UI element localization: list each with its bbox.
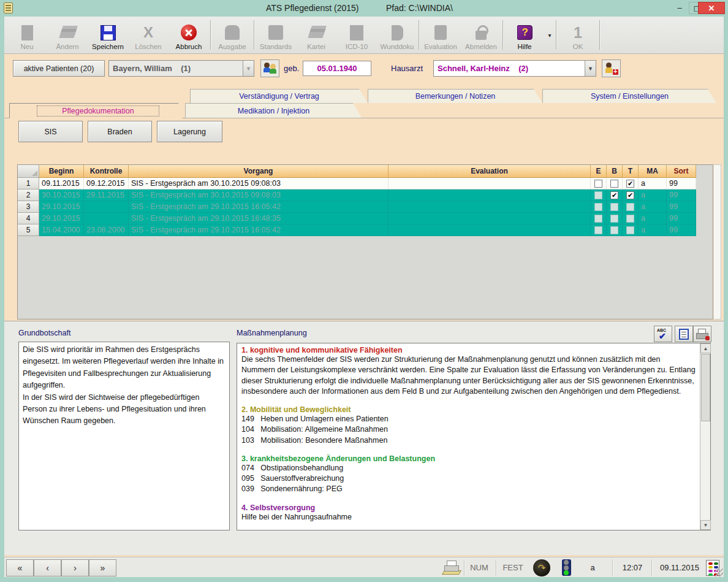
cell-evaluation[interactable]: [389, 190, 591, 201]
vertical-scrollbar[interactable]: ▲ ▼: [700, 343, 710, 530]
cell-t[interactable]: ✔: [623, 190, 639, 201]
massnahmenplanung-richtext[interactable]: 1. kognitive und kommunikative Fähigkeit…: [237, 343, 711, 530]
checkbox-e[interactable]: [594, 191, 602, 199]
cell-t[interactable]: [623, 213, 639, 224]
help-dropdown-arrow[interactable]: ▾: [545, 17, 555, 53]
checkbox-b[interactable]: [610, 226, 618, 234]
cell-ma[interactable]: a: [639, 178, 667, 190]
column-header-b[interactable]: B: [607, 165, 623, 178]
cell-t[interactable]: ✔: [623, 178, 639, 190]
column-header-vorgang[interactable]: Vorgang: [129, 165, 389, 178]
sis-button[interactable]: SIS: [18, 121, 83, 142]
doctor-details-button[interactable]: [602, 59, 621, 77]
cell-sort[interactable]: 99: [667, 213, 696, 224]
resize-grip[interactable]: [715, 569, 723, 576]
tab-medikation-injektion[interactable]: Medikation / Injektion: [185, 103, 362, 118]
print-status-button[interactable]: [441, 557, 464, 578]
cell-ma[interactable]: a: [639, 190, 667, 201]
cell-beginn[interactable]: 29.10.2015: [39, 213, 84, 224]
cell-beginn[interactable]: 29.10.2015: [39, 201, 84, 213]
cell-evaluation[interactable]: [389, 201, 591, 213]
checkbox-b[interactable]: ✔: [610, 191, 618, 199]
chevron-down-icon[interactable]: ▼: [585, 61, 596, 76]
nav-first-button[interactable]: «: [6, 559, 34, 576]
cell-e[interactable]: [591, 190, 607, 201]
cell-kontrolle[interactable]: [84, 213, 129, 224]
row-number[interactable]: 1: [18, 178, 39, 190]
cell-b[interactable]: [607, 224, 623, 236]
tab-bemerkungen-notizen[interactable]: Bemerkungen / Notizen: [368, 89, 542, 103]
scroll-down-arrow[interactable]: ▼: [700, 520, 711, 530]
checkbox-b[interactable]: [610, 203, 618, 211]
cell-sort[interactable]: 99: [667, 224, 696, 236]
patient-select[interactable]: Bayern, William (1) ▼: [108, 60, 254, 77]
tab-verstaendigung-vertrag[interactable]: Verständigung / Vertrag: [190, 89, 368, 103]
hausarzt-select[interactable]: Schnell, Karl-Heinz (2) ▼: [433, 60, 596, 77]
cell-vorgang[interactable]: SIS - Erstgespräch am 29.10.2015 16:48:3…: [129, 213, 389, 224]
cell-kontrolle[interactable]: 29.11.2015: [84, 190, 129, 201]
checkbox-e[interactable]: [594, 215, 602, 223]
chevron-down-icon[interactable]: ▼: [243, 61, 254, 76]
table-row[interactable]: 1 09.11.2015 09.12.2015 SIS - Erstgesprä…: [18, 178, 713, 190]
lagerung-button[interactable]: Lagerung: [157, 121, 222, 142]
column-header-beginn[interactable]: Beginn: [39, 165, 84, 178]
cell-vorgang[interactable]: SIS - Erstgespräch am 29.10.2015 16:05:4…: [129, 224, 389, 236]
cell-b[interactable]: ✔: [607, 190, 623, 201]
column-header-ma[interactable]: MA: [639, 165, 667, 178]
nav-last-button[interactable]: »: [89, 559, 116, 576]
tab-system-einstellungen[interactable]: System / Einstellungen: [542, 89, 716, 103]
cell-evaluation[interactable]: [389, 213, 591, 224]
cell-kontrolle[interactable]: [84, 201, 129, 213]
column-header-evaluation[interactable]: Evaluation: [389, 165, 591, 178]
row-number[interactable]: 3: [18, 201, 39, 213]
cell-evaluation[interactable]: [389, 224, 591, 236]
toolbar-button-speichern[interactable]: Speichern: [88, 17, 128, 53]
checkbox-e[interactable]: [594, 180, 602, 188]
active-patients-button[interactable]: aktive Patienten (20): [13, 60, 105, 77]
toolbar-button-hilfe[interactable]: Hilfe: [504, 17, 545, 53]
row-number[interactable]: 2: [18, 190, 39, 201]
row-number[interactable]: 5: [18, 224, 39, 236]
cell-sort[interactable]: 99: [667, 201, 696, 213]
braden-button[interactable]: Braden: [88, 121, 152, 142]
cell-e[interactable]: [591, 201, 607, 213]
scrollbar-thumb[interactable]: [701, 354, 710, 421]
row-selector-header[interactable]: [18, 165, 39, 178]
cell-e[interactable]: [591, 213, 607, 224]
tab-pflegedokumentation[interactable]: Pflegedokumentation: [9, 103, 187, 118]
table-row[interactable]: 5 15.04.2000 23.08.2000 SIS - Erstgesprä…: [18, 224, 713, 236]
cell-t[interactable]: [623, 201, 639, 213]
grundbotschaft-textarea[interactable]: Die SIS wird prioritär im Rahmen des Ers…: [18, 342, 230, 530]
table-row[interactable]: 2 30.10.2015 29.11.2015 SIS - Erstgesprä…: [18, 190, 713, 201]
checkbox-e[interactable]: [594, 226, 602, 234]
checkbox-t[interactable]: ✔: [626, 191, 634, 199]
cell-b[interactable]: [607, 178, 623, 190]
cell-kontrolle[interactable]: 23.08.2000: [84, 224, 129, 236]
close-button[interactable]: ✕: [698, 2, 725, 14]
cell-beginn[interactable]: 15.04.2000: [39, 224, 84, 236]
cell-b[interactable]: [607, 213, 623, 224]
scroll-up-arrow[interactable]: ▲: [700, 343, 711, 353]
row-number[interactable]: 4: [18, 213, 39, 224]
checkbox-t[interactable]: ✔: [626, 180, 634, 188]
cell-vorgang[interactable]: SIS - Erstgespräch am 30.10.2015 09:08:0…: [129, 190, 389, 201]
cell-sort[interactable]: 99: [667, 178, 696, 190]
print-export-button[interactable]: [693, 326, 711, 342]
column-header-sort[interactable]: Sort: [667, 165, 696, 178]
cell-kontrolle[interactable]: 09.12.2015: [84, 178, 129, 190]
table-scrollbar-gutter[interactable]: [714, 164, 721, 320]
cell-sort[interactable]: 99: [667, 190, 696, 201]
nav-previous-button[interactable]: ‹: [34, 559, 61, 576]
undo-status-button[interactable]: ↷: [530, 557, 553, 578]
cell-ma[interactable]: a: [639, 213, 667, 224]
checkbox-t[interactable]: [626, 215, 634, 223]
notes-button[interactable]: [675, 326, 693, 342]
minimize-button[interactable]: –: [672, 2, 688, 14]
toolbar-button-abbruch[interactable]: Abbruch: [169, 17, 209, 53]
cell-t[interactable]: [623, 224, 639, 236]
checkbox-b[interactable]: [610, 215, 618, 223]
column-header-kontrolle[interactable]: Kontrolle: [84, 165, 129, 178]
cell-ma[interactable]: a: [639, 201, 667, 213]
cell-vorgang[interactable]: SIS - Erstgespräch am 29.10.2015 16:05:4…: [129, 201, 389, 213]
cell-beginn[interactable]: 09.11.2015: [39, 178, 84, 190]
